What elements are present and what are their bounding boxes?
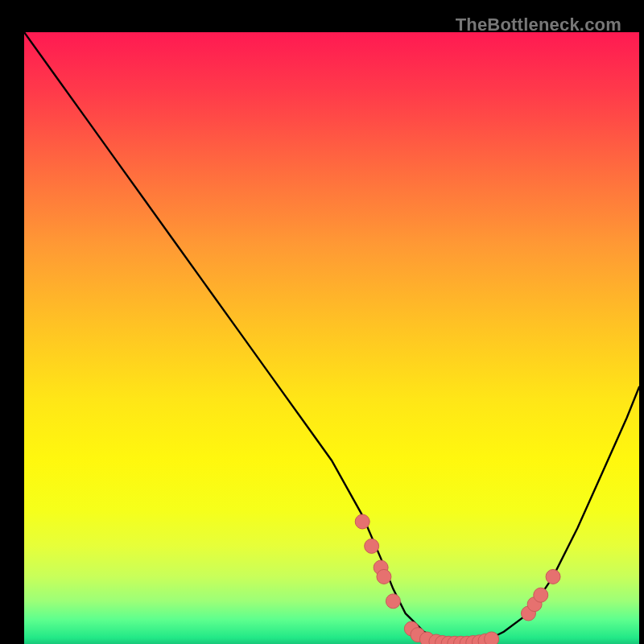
data-dot bbox=[546, 569, 560, 584]
data-dot bbox=[485, 632, 499, 644]
data-dot bbox=[377, 569, 391, 584]
data-dot bbox=[355, 514, 369, 529]
chart-overlay bbox=[24, 32, 639, 644]
chart-frame: TheBottleneck.com bbox=[10, 10, 634, 634]
bottleneck-curve bbox=[24, 32, 639, 644]
data-dot bbox=[386, 594, 400, 609]
data-dots bbox=[355, 514, 560, 644]
plot-area bbox=[24, 32, 639, 644]
watermark-text: TheBottleneck.com bbox=[456, 14, 621, 35]
data-dot bbox=[534, 588, 548, 602]
data-dot bbox=[365, 539, 379, 553]
